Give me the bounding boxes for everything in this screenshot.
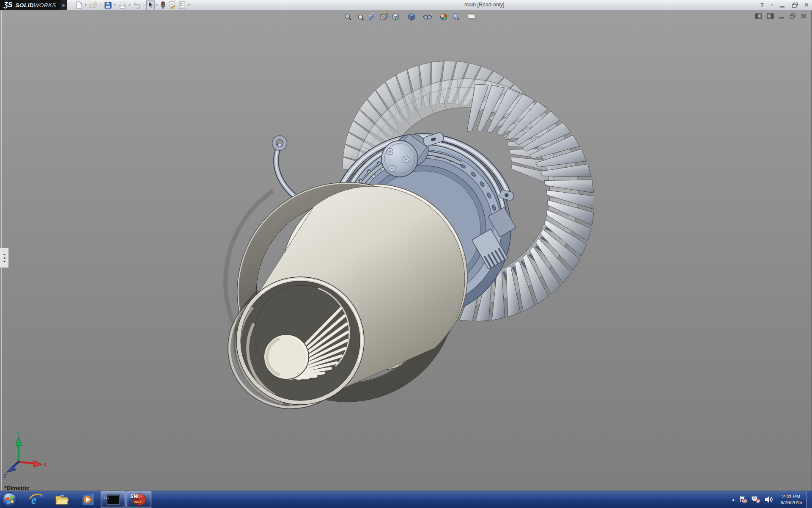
- view-orientation-icon: [391, 12, 401, 22]
- taskbar-solidworks[interactable]: SW 2015: [126, 491, 151, 508]
- rebuild-button[interactable]: [159, 0, 167, 10]
- triad-y-label: Y: [16, 431, 20, 436]
- graphics-viewport[interactable]: ◀ ◀ ◀ Y X Z *Dimetric: [0, 10, 812, 491]
- menu-flyout-arrow-icon[interactable]: ▶: [60, 0, 67, 10]
- pane-arrow-icon: ◀: [3, 257, 5, 260]
- print-button[interactable]: [117, 0, 128, 10]
- open-document-icon: [89, 2, 98, 9]
- undo-caret-icon[interactable]: ▼: [142, 0, 146, 10]
- hidden-icons-chevron[interactable]: ▲: [732, 498, 735, 502]
- apply-scene-icon: [451, 12, 460, 22]
- previous-view-button[interactable]: [366, 11, 377, 22]
- restore-document-button[interactable]: [789, 13, 796, 19]
- apply-scene-button[interactable]: [450, 11, 461, 22]
- triad-z-label: Z: [3, 473, 6, 478]
- previous-view-icon: [367, 12, 376, 22]
- view-settings-icon: [467, 12, 476, 22]
- view-orientation-label: *Dimetric: [4, 485, 29, 491]
- windows-taskbar: e: [0, 491, 812, 508]
- options-icon: [178, 1, 186, 9]
- window-controls: ? ▼ ×: [760, 0, 809, 10]
- taskbar-internet-explorer[interactable]: e: [23, 491, 48, 508]
- save-button[interactable]: [103, 0, 113, 10]
- undo-icon: [133, 2, 141, 9]
- eyeglasses-icon: [423, 12, 432, 22]
- zoom-to-area-icon: [355, 12, 365, 22]
- orientation-triad: Y X Z: [1, 430, 52, 478]
- media-player-icon: [80, 493, 95, 506]
- pane-arrow-icon: ◀: [3, 260, 5, 263]
- section-view-icon: [379, 12, 388, 22]
- solidworks-logo-mark: ƷS: [4, 1, 12, 9]
- zoom-to-fit-button[interactable]: [343, 11, 354, 22]
- nozzle-hub: [264, 334, 309, 379]
- solidworks-badge-text: SW: [130, 494, 138, 500]
- save-icon: [104, 2, 112, 9]
- network-error-icon[interactable]: [751, 495, 760, 504]
- hide-show-items-button[interactable]: [422, 11, 433, 22]
- document-window-controls: [755, 13, 807, 19]
- options-caret-icon[interactable]: ▼: [187, 0, 191, 10]
- view-settings-button[interactable]: [466, 11, 477, 22]
- select-caret-icon[interactable]: ▼: [155, 0, 159, 10]
- heads-up-view-toolbar: [343, 11, 477, 22]
- undo-button[interactable]: [132, 0, 142, 10]
- select-button[interactable]: [146, 0, 155, 10]
- minimize-document-button[interactable]: [779, 13, 785, 19]
- save-caret-icon[interactable]: ▼: [113, 0, 117, 10]
- main-toolbar: ▼ ▼ ▼ ▼ ▼ ▼ ▼: [74, 0, 191, 10]
- show-display-pane-button[interactable]: [767, 13, 774, 19]
- display-style-button[interactable]: [406, 11, 417, 22]
- system-tray: ▲ 2:41 PM 6/26/201: [732, 491, 805, 508]
- show-desktop-button[interactable]: [806, 491, 812, 508]
- restore-button[interactable]: [792, 3, 798, 8]
- show-feature-pane-button[interactable]: [755, 13, 762, 19]
- help-caret-icon[interactable]: ▼: [770, 0, 774, 10]
- view-orientation-button[interactable]: [390, 11, 401, 22]
- taskbar-buttons: e: [23, 491, 152, 508]
- tray-date: 6/26/2015: [777, 500, 805, 505]
- open-document-button[interactable]: [88, 0, 99, 10]
- tray-time: 2:41 PM: [777, 494, 805, 500]
- taskbar-command-prompt[interactable]: C:\_: [101, 491, 126, 508]
- solidworks-year-text: 2015: [134, 500, 142, 504]
- new-document-button[interactable]: [74, 0, 84, 10]
- open-caret-icon[interactable]: ▼: [99, 0, 103, 10]
- help-button[interactable]: ?: [760, 2, 764, 8]
- file-properties-icon: [168, 1, 176, 9]
- internet-explorer-icon: e: [29, 493, 43, 506]
- print-icon: [118, 2, 126, 9]
- solidworks-logo: ƷS SOLIDWORKS: [0, 0, 60, 10]
- pane-arrow-icon: ◀: [3, 253, 5, 256]
- select-cursor-icon: [148, 1, 154, 9]
- command-prompt-text: C:\_: [104, 496, 111, 500]
- close-document-button[interactable]: [801, 13, 807, 19]
- appearance-sphere-icon: [439, 12, 448, 22]
- zoom-to-area-button[interactable]: [354, 11, 365, 22]
- zoom-to-fit-icon: [343, 12, 353, 22]
- start-button[interactable]: [2, 492, 18, 508]
- new-document-icon: [75, 1, 82, 9]
- options-button[interactable]: [177, 0, 187, 10]
- tray-clock[interactable]: 2:41 PM 6/26/2015: [777, 494, 805, 505]
- display-style-icon: [407, 12, 417, 22]
- folder-icon: [55, 493, 69, 506]
- new-caret-icon[interactable]: ▼: [84, 0, 88, 10]
- volume-icon[interactable]: [764, 495, 774, 504]
- engine-3d-model[interactable]: [0, 10, 812, 491]
- taskbar-windows-explorer[interactable]: [49, 491, 74, 508]
- feature-pane-collapsed-tab[interactable]: ◀ ◀ ◀: [0, 248, 9, 268]
- solidworks-window: ƷS SOLIDWORKS ▶ ▼ ▼ ▼ ▼ ▼ ▼: [0, 0, 812, 508]
- file-properties-button[interactable]: [167, 0, 177, 10]
- taskbar-media-player[interactable]: [75, 491, 100, 508]
- section-view-button[interactable]: [378, 11, 389, 22]
- print-caret-icon[interactable]: ▼: [128, 0, 132, 10]
- minimize-button[interactable]: [780, 3, 785, 8]
- triad-x-label: X: [44, 462, 47, 467]
- titlebar: ƷS SOLIDWORKS ▶ ▼ ▼ ▼ ▼ ▼ ▼: [0, 0, 812, 11]
- close-button[interactable]: ×: [804, 1, 809, 9]
- action-center-flag-icon[interactable]: [739, 495, 747, 504]
- brand-solid: SOLID: [15, 2, 33, 8]
- command-prompt-icon: [107, 494, 120, 505]
- edit-appearance-button[interactable]: [438, 11, 449, 22]
